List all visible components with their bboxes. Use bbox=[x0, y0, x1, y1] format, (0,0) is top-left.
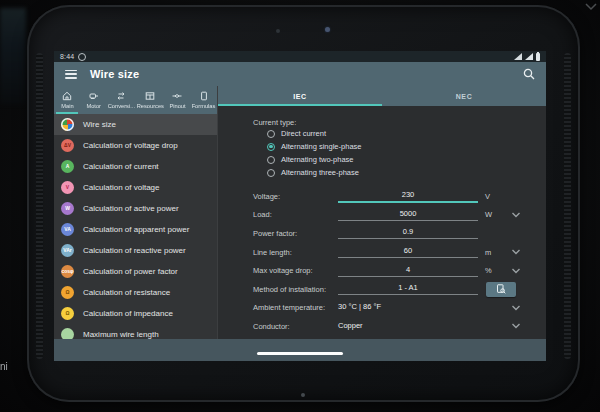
sidebar-item-label: Calculation of reactive power bbox=[83, 246, 186, 255]
sidebar-item-calculation-of-impedance[interactable]: ΩCalculation of impedance bbox=[54, 303, 217, 324]
field-row-max-voltage-drop: Max voltage drop:4% bbox=[218, 261, 546, 280]
resources-icon bbox=[145, 91, 155, 101]
sidebar-item-calculation-of-resistance[interactable]: ΩCalculation of resistance bbox=[54, 282, 217, 303]
field-label: Voltage: bbox=[253, 192, 338, 201]
sidebar-item-label: Calculation of voltage drop bbox=[83, 141, 178, 150]
field-row-voltage: Voltage:230V bbox=[218, 187, 546, 206]
front-camera-dot bbox=[325, 27, 330, 32]
sidebar-item-calculation-of-power-factor[interactable]: cosφCalculation of power factor bbox=[54, 261, 217, 282]
field-value-method-of-installation[interactable]: 1 - A1 bbox=[338, 283, 478, 295]
status-bar: 8:44 bbox=[54, 51, 546, 62]
speaker-grille-left bbox=[36, 53, 43, 359]
field-row-method-of-installation: Method of installation:1 - A1 bbox=[218, 280, 546, 299]
maximum-wire-length-icon bbox=[61, 328, 74, 339]
tab-label: Pinout bbox=[169, 103, 185, 109]
sidebar-item-calculation-of-reactive-power[interactable]: VArCalculation of reactive power bbox=[54, 240, 217, 261]
calculation-of-voltage-drop-icon: ΔV bbox=[61, 139, 74, 152]
radio-alternating-three-phase[interactable]: Alternating three-phase bbox=[267, 166, 546, 179]
field-value-voltage[interactable]: 230 bbox=[338, 190, 478, 203]
radio-icon[interactable] bbox=[267, 156, 275, 164]
tab-conversi[interactable]: Conversi... bbox=[107, 86, 136, 114]
radio-icon[interactable] bbox=[267, 130, 275, 138]
signal-icon bbox=[525, 53, 533, 60]
field-unit: % bbox=[485, 266, 507, 275]
calculation-of-voltage-icon: V bbox=[61, 181, 74, 194]
calculation-of-reactive-power-icon: VAr bbox=[61, 244, 74, 257]
radio-direct-current[interactable]: Direct current bbox=[267, 127, 546, 140]
field-label: Max voltage drop: bbox=[253, 266, 338, 275]
tab-nec[interactable]: NEC bbox=[382, 86, 546, 106]
field-value-power-factor[interactable]: 0.9 bbox=[338, 227, 478, 239]
field-value-conductor[interactable]: Copper bbox=[338, 321, 478, 332]
sidebar-item-wire-size[interactable]: Wire size bbox=[54, 114, 217, 135]
sidebar-item-label: Calculation of apparent power bbox=[83, 225, 189, 234]
field-unit: V bbox=[485, 192, 507, 201]
tab-resources[interactable]: Resources bbox=[136, 86, 165, 114]
pinout-icon bbox=[172, 91, 182, 101]
radio-label: Alternating three-phase bbox=[281, 168, 359, 177]
radio-alternating-single-phase[interactable]: Alternating single-phase bbox=[267, 140, 546, 153]
calculation-of-impedance-icon: Ω bbox=[61, 307, 74, 320]
field-row-conductor: Conductor:Copper bbox=[218, 317, 546, 336]
field-label: Conductor: bbox=[253, 322, 338, 331]
field-label: Ambient temperature: bbox=[253, 303, 338, 312]
tab-main[interactable]: Main bbox=[54, 86, 80, 114]
tab-motor[interactable]: Motor bbox=[80, 86, 106, 114]
field-value-line-length[interactable]: 60 bbox=[338, 246, 478, 258]
field-value-load[interactable]: 5000 bbox=[338, 209, 478, 221]
installation-picker-button[interactable] bbox=[486, 282, 516, 297]
formulas-icon bbox=[199, 91, 209, 101]
gesture-nav-bar bbox=[54, 339, 546, 361]
field-label: Power factor: bbox=[253, 229, 338, 238]
bottom-bezel-dot bbox=[301, 393, 305, 397]
sidebar-item-label: Calculation of active power bbox=[83, 204, 179, 213]
form-fields: Voltage:230VLoad:5000WPower factor:0.9Li… bbox=[218, 187, 546, 339]
sidebar-item-calculation-of-voltage[interactable]: VCalculation of voltage bbox=[54, 177, 217, 198]
sidebar-item-label: Calculation of power factor bbox=[83, 267, 178, 276]
background-stray-text: ni bbox=[0, 361, 8, 372]
screen: 8:44 Wire size MainMotorConversi...Resou… bbox=[54, 51, 546, 361]
field-row-ambient-temperature: Ambient temperature:30 °C | 86 °F bbox=[218, 299, 546, 318]
sidebar-item-label: Wire size bbox=[83, 120, 116, 129]
wire-size-icon bbox=[61, 118, 74, 131]
tab-iec[interactable]: IEC bbox=[218, 86, 382, 106]
sidebar-item-label: Calculation of voltage bbox=[83, 183, 160, 192]
sidebar-item-label: Calculation of resistance bbox=[83, 288, 170, 297]
radio-icon[interactable] bbox=[267, 169, 275, 177]
chevron-down-icon[interactable] bbox=[511, 305, 521, 311]
sidebar-item-calculation-of-current[interactable]: ACalculation of current bbox=[54, 156, 217, 177]
field-value-ambient-temperature[interactable]: 30 °C | 86 °F bbox=[338, 302, 478, 313]
tab-formulas[interactable]: Formulas bbox=[191, 86, 217, 114]
search-icon[interactable] bbox=[522, 67, 536, 81]
current-type-label: Current type: bbox=[253, 118, 546, 127]
tab-pinout[interactable]: Pinout bbox=[164, 86, 190, 114]
left-panel: MainMotorConversi...ResourcesPinoutFormu… bbox=[54, 86, 217, 339]
conversions-icon bbox=[116, 91, 126, 101]
sidebar-item-calculation-of-apparent-power[interactable]: VACalculation of apparent power bbox=[54, 219, 217, 240]
chevron-down-icon[interactable] bbox=[511, 212, 521, 218]
field-unit: W bbox=[485, 210, 507, 219]
chevron-down-icon[interactable] bbox=[511, 249, 521, 255]
sidebar-item-calculation-of-voltage-drop[interactable]: ΔVCalculation of voltage drop bbox=[54, 135, 217, 156]
sidebar-item-maximum-wire-length[interactable]: Maximum wire length bbox=[54, 324, 217, 339]
radio-alternating-two-phase[interactable]: Alternating two-phase bbox=[267, 153, 546, 166]
calculation-of-resistance-icon: Ω bbox=[61, 286, 74, 299]
current-type-radio-group: Direct currentAlternating single-phaseAl… bbox=[218, 127, 546, 179]
gesture-pill[interactable] bbox=[257, 352, 343, 355]
radio-selected-icon[interactable] bbox=[267, 143, 275, 151]
chevron-down-icon[interactable] bbox=[511, 268, 521, 274]
field-row-power-factor: Power factor:0.9 bbox=[218, 224, 546, 243]
sidebar-item-calculation-of-active-power[interactable]: WCalculation of active power bbox=[54, 198, 217, 219]
field-label: Load: bbox=[253, 210, 338, 219]
wire-size-form: Current type: Direct currentAlternating … bbox=[218, 106, 546, 339]
hamburger-icon[interactable] bbox=[65, 70, 77, 79]
chevron-down-icon[interactable] bbox=[511, 323, 521, 329]
radio-label: Alternating single-phase bbox=[281, 142, 361, 151]
calculation-list[interactable]: Wire sizeΔVCalculation of voltage dropAC… bbox=[54, 114, 217, 339]
calculation-of-active-power-icon: W bbox=[61, 202, 74, 215]
field-value-max-voltage-drop[interactable]: 4 bbox=[338, 265, 478, 277]
document-search-icon bbox=[496, 284, 506, 294]
tab-label: Resources bbox=[136, 103, 163, 109]
notification-dot-icon bbox=[78, 53, 86, 61]
field-row-load: Load:5000W bbox=[218, 206, 546, 225]
